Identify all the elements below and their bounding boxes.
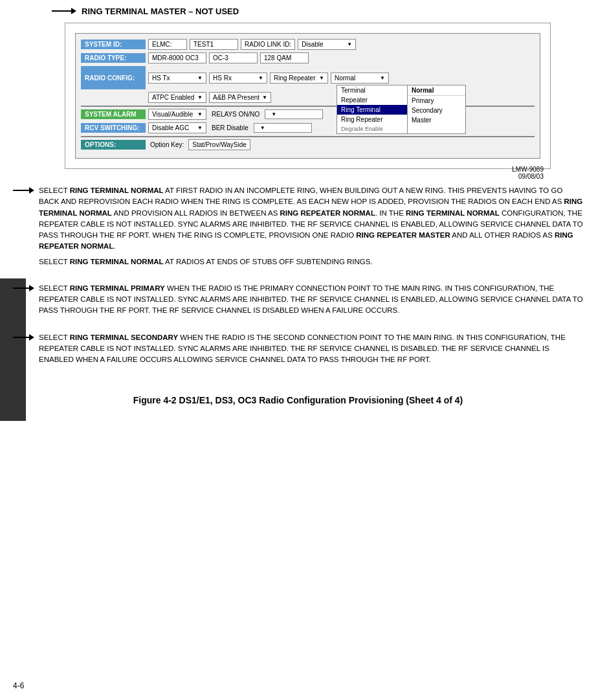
- lmw-date: 09/08/03: [518, 173, 544, 180]
- atpc-dropdown[interactable]: ATPC Enabled: [148, 92, 206, 103]
- ab-pa-dropdown[interactable]: A&B PA Present: [209, 92, 271, 103]
- top-section: RING TERMINAL MASTER – NOT USED: [52, 6, 583, 16]
- normal-section: SELECT RING TERMINAL NORMAL AT FIRST RAD…: [13, 185, 583, 271]
- ber-dropdown[interactable]: [254, 123, 312, 133]
- primary-text-block: SELECT RING TERMINAL PRIMARY WHEN THE RA…: [39, 283, 583, 321]
- ber-label: BER Disable: [209, 124, 251, 131]
- radio-config-label: RADIO CONFIG:: [81, 66, 146, 89]
- normal-line: [13, 190, 29, 191]
- normal-option[interactable]: Normal: [408, 85, 465, 96]
- master-option[interactable]: Master: [408, 115, 465, 125]
- lmw-number: LMW-9089: [512, 166, 544, 173]
- primary-arrow: [13, 285, 39, 291]
- visual-audible-dropdown[interactable]: Visual/Audible: [148, 109, 206, 120]
- radio-link-label: RADIO LINK ID:: [241, 39, 295, 50]
- secondary-option[interactable]: Secondary: [408, 106, 465, 115]
- radio-type-qam: 128 QAM: [260, 52, 309, 63]
- normal-arrow: [13, 187, 39, 194]
- figure-text: Figure 4-2 DS1/E1, DS3, OC3 Radio Config…: [133, 395, 463, 405]
- normal-arrow-container: [13, 185, 39, 194]
- ring-terminal-item[interactable]: Ring Terminal: [337, 105, 407, 115]
- system-alarm-row: SYSTEM ALARM Visual/Audible RELAYS ON/NO: [81, 109, 535, 120]
- normal-text-block: SELECT RING TERMINAL NORMAL AT FIRST RAD…: [39, 185, 583, 271]
- options-row: OPTIONS: Option Key: Stat/Prov/WaySide: [81, 139, 535, 150]
- diagram-box: SYSTEM ID: ELMC: TEST1 RADIO LINK ID: Di…: [65, 23, 551, 169]
- radio-config-row2: ATPC Enabled A&B PA Present: [81, 92, 535, 103]
- secondary-arrow: [13, 334, 39, 341]
- normal-dropdown[interactable]: Normal: [331, 73, 389, 84]
- option-key-value: Stat/Prov/WaySide: [188, 139, 250, 150]
- options-label: OPTIONS:: [81, 140, 146, 150]
- radio-link-dropdown[interactable]: Disable: [298, 39, 356, 50]
- rcv-switching-row: RCV SWITCHING: Disable AGC BER Disable: [81, 122, 535, 133]
- secondary-line: [13, 337, 29, 338]
- primary-option[interactable]: Primary: [408, 96, 465, 106]
- hs-tx-dropdown[interactable]: HS Tx: [148, 73, 206, 84]
- dropdown-overlay: Terminal Repeater Ring Terminal Ring Rep…: [337, 85, 466, 134]
- terminal-item[interactable]: Terminal: [337, 85, 407, 95]
- system-id-row: SYSTEM ID: ELMC: TEST1 RADIO LINK ID: Di…: [81, 39, 535, 50]
- primary-para1: SELECT RING TERMINAL PRIMARY WHEN THE RA…: [39, 283, 583, 317]
- hs-rx-dropdown[interactable]: HS Rx: [209, 73, 267, 84]
- repeater-item[interactable]: Repeater: [337, 95, 407, 105]
- primary-section: SELECT RING TERMINAL PRIMARY WHEN THE RA…: [13, 283, 583, 321]
- page-number: 4-6: [13, 681, 24, 690]
- relays-dropdown[interactable]: [265, 109, 323, 119]
- separator1: [81, 106, 535, 107]
- radio-type-value: MDR-8000 OC3: [148, 52, 206, 63]
- system-id-value: TEST1: [190, 39, 238, 50]
- radio-type-row: RADIO TYPE: MDR-8000 OC3 OC-3 128 QAM: [81, 52, 535, 63]
- elmc-label: ELMC:: [148, 39, 187, 50]
- secondary-arrowhead: [29, 334, 34, 341]
- figure-caption: Figure 4-2 DS1/E1, DS3, OC3 Radio Config…: [13, 389, 583, 405]
- primary-line: [13, 288, 29, 289]
- radio-type-oc3: OC-3: [209, 52, 258, 63]
- option-key-label: Option Key:: [148, 141, 186, 148]
- content-section: SELECT RING TERMINAL NORMAL AT FIRST RAD…: [13, 185, 583, 369]
- normal-para1: SELECT RING TERMINAL NORMAL AT FIRST RAD…: [39, 185, 583, 253]
- lmw-label: LMW-9089 09/08/03: [512, 166, 544, 180]
- degrade-enable-item[interactable]: Degrade Enable: [337, 124, 407, 133]
- primary-arrowhead: [29, 285, 34, 291]
- secondary-text-block: SELECT RING TERMINAL SECONDARY WHEN THE …: [39, 332, 583, 370]
- primary-arrow-container: [13, 283, 39, 291]
- normal-arrowhead: [29, 187, 34, 194]
- secondary-arrow-container: [13, 332, 39, 341]
- secondary-section: SELECT RING TERMINAL SECONDARY WHEN THE …: [13, 332, 583, 370]
- normal-para2: SELECT RING TERMINAL NORMAL AT RADIOS AT…: [39, 256, 583, 267]
- radio-type-label: RADIO TYPE:: [81, 53, 146, 63]
- top-arrow-icon: [52, 8, 76, 14]
- radio-config-row1: RADIO CONFIG: HS Tx HS Rx Ring Repeater …: [81, 66, 535, 89]
- system-alarm-label: SYSTEM ALARM: [81, 109, 146, 119]
- secondary-para1: SELECT RING TERMINAL SECONDARY WHEN THE …: [39, 332, 583, 366]
- rcv-switching-label: RCV SWITCHING:: [81, 123, 146, 133]
- dropdown-right-panel: Normal Primary Secondary Master: [408, 85, 466, 134]
- relays-label: RELAYS ON/NO: [209, 111, 262, 118]
- disable-agc-dropdown[interactable]: Disable AGC: [148, 122, 206, 133]
- dropdown-left-panel: Terminal Repeater Ring Terminal Ring Rep…: [337, 85, 408, 134]
- system-id-label: SYSTEM ID:: [81, 40, 146, 49]
- top-title: RING TERMINAL MASTER – NOT USED: [82, 6, 239, 16]
- config-form: SYSTEM ID: ELMC: TEST1 RADIO LINK ID: Di…: [75, 33, 540, 159]
- separator2: [81, 136, 535, 137]
- ring-repeater-item[interactable]: Ring Repeater: [337, 115, 407, 124]
- ring-repeater-dropdown[interactable]: Ring Repeater: [270, 73, 328, 84]
